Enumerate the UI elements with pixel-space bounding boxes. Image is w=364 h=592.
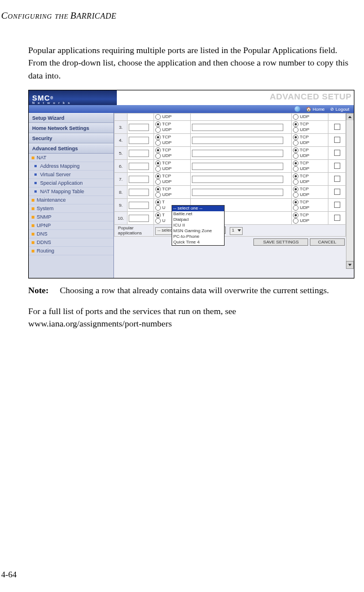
scroll-up-button[interactable] — [346, 113, 354, 121]
tcp-radio[interactable] — [293, 199, 299, 205]
sidebar-item-special-application[interactable]: Special Application — [29, 179, 113, 188]
copy-row-select[interactable]: 1 — [230, 227, 243, 235]
udp-radio[interactable] — [155, 127, 161, 133]
public-port-input[interactable] — [192, 137, 283, 144]
dropdown-option[interactable]: ICU II — [172, 223, 224, 228]
sidebar-item-home-network[interactable]: Home Network Settings — [29, 123, 113, 133]
tcp-radio[interactable] — [155, 186, 161, 192]
scrollbar[interactable] — [346, 120, 354, 262]
udp-radio[interactable] — [293, 127, 299, 133]
public-port-input[interactable] — [192, 150, 283, 157]
popular-apps-dropdown-list[interactable]: -- select one -- Battle.net Dialpad ICU … — [172, 205, 225, 246]
sidebar-item-nat-mapping-table[interactable]: NAT Mapping Table — [29, 188, 113, 196]
udp-radio[interactable] — [155, 192, 161, 198]
sidebar-item-system[interactable]: System — [29, 204, 113, 213]
router-ui-screenshot: SMC® N e t w o r k s ADVANCED SETUP 🏠 Ho… — [28, 90, 354, 278]
public-port-input[interactable] — [192, 163, 283, 170]
sidebar-item-virtual-server[interactable]: Virtual Server — [29, 171, 113, 179]
trigger-port-input[interactable] — [129, 176, 149, 183]
top-link-bar: 🏠 Home ⊘ Logout — [29, 105, 354, 113]
tcp-radio[interactable] — [293, 147, 299, 153]
trigger-port-input[interactable] — [129, 124, 149, 131]
sidebar-item-wizard[interactable]: Setup Wizard — [29, 113, 113, 123]
udp-radio[interactable] — [293, 205, 299, 211]
note-text: Choosing a row that already contains dat… — [60, 284, 331, 297]
tcp-radio[interactable] — [155, 160, 161, 166]
trigger-port-input[interactable] — [129, 163, 149, 170]
udp-radio[interactable] — [155, 140, 161, 146]
sidebar-item-upnp[interactable]: UPNP — [29, 221, 113, 230]
trigger-port-input[interactable] — [129, 137, 149, 144]
udp-radio[interactable] — [293, 179, 299, 185]
logout-link[interactable]: ⊘ Logout — [330, 107, 349, 112]
trigger-port-input[interactable] — [129, 215, 149, 222]
udp-radio[interactable] — [293, 166, 299, 172]
tcp-radio[interactable] — [293, 160, 299, 166]
enable-checkbox[interactable] — [334, 176, 340, 182]
udp-radio[interactable] — [155, 179, 161, 185]
smc-logo: SMC® N e t w o r k s — [29, 90, 117, 105]
row-num: 5. — [115, 147, 128, 160]
enable-checkbox[interactable] — [334, 202, 340, 208]
udp-radio[interactable] — [293, 218, 299, 224]
udp-radio[interactable] — [293, 140, 299, 146]
row-num: 10. — [115, 212, 128, 225]
enable-checkbox[interactable] — [334, 124, 340, 130]
tcp-radio[interactable] — [155, 212, 161, 218]
dropdown-option[interactable]: Quick Time 4 — [172, 240, 224, 245]
sidebar-item-maintenance[interactable]: Maintenance — [29, 196, 113, 204]
sidebar-item-nat[interactable]: NAT — [29, 154, 113, 162]
tcp-radio[interactable] — [155, 173, 161, 179]
tcp-radio[interactable] — [155, 121, 161, 127]
public-port-input[interactable] — [192, 189, 283, 196]
scroll-down-button[interactable] — [346, 261, 354, 269]
page-header: CONFIGURING THE BARRICADE — [0, 0, 364, 21]
home-link[interactable]: 🏠 Home — [306, 107, 325, 112]
udp-radio[interactable] — [155, 166, 161, 172]
sidebar-item-advanced[interactable]: Advanced Settings — [29, 143, 113, 154]
sidebar-item-dns[interactable]: DNS — [29, 230, 113, 238]
tcp-radio[interactable] — [155, 147, 161, 153]
dropdown-option[interactable]: Dialpad — [172, 217, 224, 223]
sidebar-item-snmp[interactable]: SNMP — [29, 213, 113, 221]
udp-radio[interactable] — [155, 205, 161, 211]
udp-radio[interactable] — [293, 192, 299, 198]
row-num: 6. — [115, 160, 128, 173]
public-port-input[interactable] — [192, 176, 283, 183]
sidebar-item-address-mapping[interactable]: Address Mapping — [29, 162, 113, 171]
closing-paragraph: For a full list of ports and the service… — [28, 305, 350, 330]
dropdown-option[interactable]: Battle.net — [172, 211, 224, 217]
trigger-port-input[interactable] — [129, 202, 149, 209]
tcp-radio[interactable] — [155, 134, 161, 140]
enable-checkbox[interactable] — [334, 150, 340, 156]
tcp-radio[interactable] — [293, 134, 299, 140]
public-port-input[interactable] — [192, 124, 283, 131]
intro-paragraph: Popular applications requiring multiple … — [28, 44, 350, 82]
enable-checkbox[interactable] — [334, 215, 340, 221]
tcp-radio[interactable] — [293, 121, 299, 127]
dropdown-option[interactable]: -- select one -- — [172, 206, 224, 211]
sidebar-item-ddns[interactable]: DDNS — [29, 238, 113, 247]
udp-radio[interactable] — [293, 153, 299, 159]
cancel-button[interactable]: CANCEL — [310, 238, 345, 246]
trigger-port-input[interactable] — [129, 189, 149, 196]
sidebar-item-security[interactable]: Security — [29, 133, 113, 143]
udp-radio[interactable] — [155, 114, 161, 120]
note-label: Note: — [28, 284, 58, 297]
tcp-radio[interactable] — [293, 173, 299, 179]
udp-radio[interactable] — [155, 218, 161, 224]
tcp-radio[interactable] — [155, 199, 161, 205]
udp-radio[interactable] — [155, 153, 161, 159]
trigger-port-input[interactable] — [129, 150, 149, 157]
enable-checkbox[interactable] — [334, 189, 340, 195]
enable-checkbox[interactable] — [334, 163, 340, 169]
dropdown-option[interactable]: MSN Gaming Zone — [172, 228, 224, 234]
tcp-radio[interactable] — [293, 186, 299, 192]
tcp-radio[interactable] — [293, 212, 299, 218]
udp-radio[interactable] — [293, 114, 299, 120]
save-settings-button[interactable]: SAVE SETTINGS — [253, 238, 308, 246]
dropdown-option[interactable]: PC-to-Phone — [172, 234, 224, 240]
sidebar-item-routing[interactable]: Routing — [29, 247, 113, 255]
enable-checkbox[interactable] — [334, 137, 340, 143]
popular-apps-label: Popular applications — [115, 225, 154, 237]
